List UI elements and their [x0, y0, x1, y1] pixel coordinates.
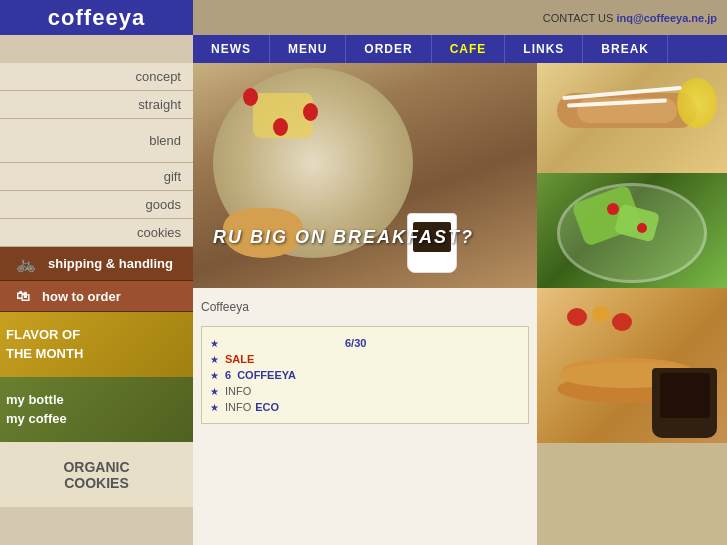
sidebar-item-blend[interactable]: blend	[0, 119, 193, 163]
info-label-2: INFO	[225, 401, 251, 413]
sidebar-item-gift[interactable]: gift	[0, 163, 193, 191]
hero-right-panel	[537, 63, 727, 288]
flavor-label: FLAVOR OF THE MONTH	[6, 326, 83, 362]
info-number: 6	[225, 369, 231, 381]
info-row-info1: ★ INFO	[210, 383, 520, 399]
coffeeya-label: Coffeeya	[201, 296, 529, 318]
bike-icon: 🚲	[16, 254, 36, 273]
info-row-sale: ★ SALE	[210, 351, 520, 367]
hero-hotdog-image	[537, 63, 727, 173]
sidebar: concept straight blend gift goods cookie…	[0, 63, 193, 545]
contact-email[interactable]: inq@coffeeya.ne.jp	[616, 12, 717, 24]
nav-news[interactable]: NEWS	[193, 35, 270, 63]
sidebar-organic-cookies[interactable]: ORGANIC COOKIES	[0, 442, 193, 507]
info-eco: ECO	[255, 401, 279, 413]
info-label-1: INFO	[225, 385, 251, 397]
shipping-label: shipping & handling	[48, 256, 173, 271]
sidebar-flavor-of-month[interactable]: FLAVOR OF THE MONTH	[0, 312, 193, 377]
star-icon-5: ★	[210, 402, 219, 413]
bottom-content: Coffeeya ★ 6/30 ★ SALE ★ 6 COFFEEYA	[193, 288, 727, 545]
contact-bar: CONTACT US inq@coffeeya.ne.jp	[193, 0, 727, 35]
hero-salad-image	[537, 173, 727, 288]
hero-main-image: RU BIG ON BREAKFAST?	[193, 63, 537, 288]
nav-links[interactable]: LINKS	[505, 35, 583, 63]
sale-label: SALE	[225, 353, 254, 365]
nav-cafe[interactable]: CAFE	[432, 35, 506, 63]
info-box: ★ 6/30 ★ SALE ★ 6 COFFEEYA ★	[201, 326, 529, 424]
hero-overlay-text: RU BIG ON BREAKFAST?	[213, 227, 474, 248]
main-layout: concept straight blend gift goods cookie…	[0, 63, 727, 545]
info-row-date: ★ 6/30	[210, 335, 520, 351]
sidebar-item-goods[interactable]: goods	[0, 191, 193, 219]
sidebar-how-to-order[interactable]: 🛍 how to order	[0, 281, 193, 312]
info-row-number: ★ 6 COFFEEYA	[210, 367, 520, 383]
sidebar-shipping[interactable]: 🚲 shipping & handling	[0, 247, 193, 281]
star-icon-4: ★	[210, 386, 219, 397]
sidebar-item-straight[interactable]: straight	[0, 91, 193, 119]
star-icon-3: ★	[210, 370, 219, 381]
nav-order[interactable]: ORDER	[346, 35, 431, 63]
logo-text: coffeeya	[48, 5, 145, 31]
star-icon-2: ★	[210, 354, 219, 365]
content-area: RU BIG ON BREAKFAST?	[193, 63, 727, 545]
info-row-info2: ★ INFO ECO	[210, 399, 520, 415]
logo[interactable]: coffeeya	[0, 0, 193, 35]
organic-label: ORGANIC COOKIES	[63, 459, 129, 491]
contact-label: CONTACT US	[543, 12, 614, 24]
nav-break[interactable]: BREAK	[583, 35, 668, 63]
sidebar-my-bottle[interactable]: my bottle my coffee	[0, 377, 193, 442]
how-to-order-label: how to order	[42, 289, 121, 304]
bottom-right-food	[537, 288, 727, 545]
info-date: 6/30	[345, 337, 366, 349]
sidebar-item-cookies[interactable]: cookies	[0, 219, 193, 247]
star-icon-1: ★	[210, 338, 219, 349]
info-brand: COFFEEYA	[237, 369, 296, 381]
sidebar-item-concept[interactable]: concept	[0, 63, 193, 91]
bag-icon: 🛍	[16, 288, 30, 304]
nav-menu[interactable]: MENU	[270, 35, 346, 63]
bottom-left-panel: Coffeeya ★ 6/30 ★ SALE ★ 6 COFFEEYA	[193, 288, 537, 545]
nav-bar: NEWS MENU ORDER CAFE LINKS BREAK	[193, 35, 727, 63]
hero-section: RU BIG ON BREAKFAST?	[193, 63, 727, 288]
bottle-label: my bottle my coffee	[6, 391, 67, 427]
